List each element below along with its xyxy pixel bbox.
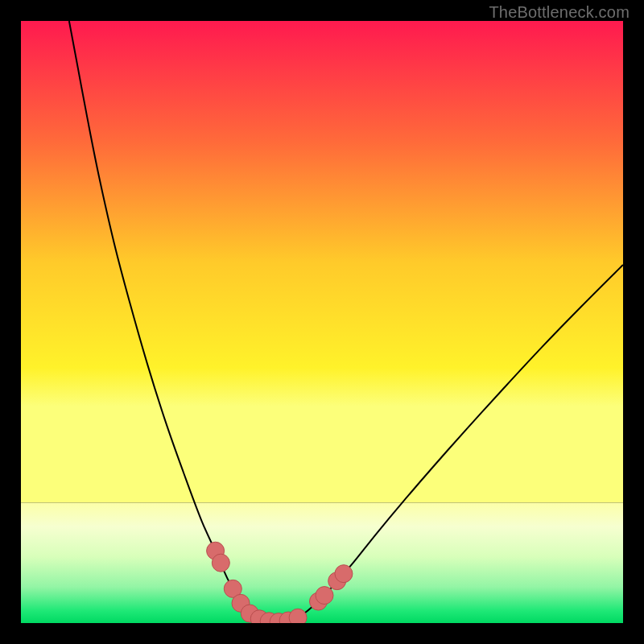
plot-area bbox=[21, 21, 623, 623]
watermark-text: TheBottleneck.com bbox=[489, 3, 630, 22]
gradient-main bbox=[21, 21, 623, 502]
data-marker bbox=[289, 609, 307, 623]
data-marker bbox=[335, 565, 353, 583]
data-marker bbox=[316, 587, 333, 605]
data-marker bbox=[212, 554, 229, 572]
chart-svg bbox=[21, 21, 623, 623]
chart-frame: TheBottleneck.com bbox=[0, 0, 644, 644]
